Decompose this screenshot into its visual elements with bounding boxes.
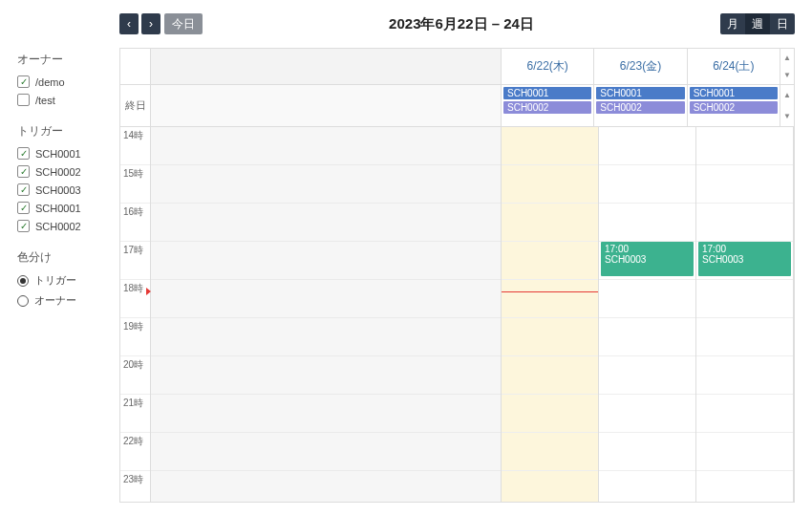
view-week-button[interactable]: 週 [745,13,770,34]
allday-expand-up-icon[interactable]: ▲ [780,49,794,67]
allday-expand-up-icon[interactable]: ▲ [780,85,794,106]
date-range-title: 2023年6月22日 – 24日 [203,15,720,33]
grid-slot[interactable] [502,395,598,433]
next-button[interactable]: › [141,13,160,34]
hour-label: 17時 [120,242,150,280]
owner-title: オーナー [17,52,110,68]
grid-slot[interactable] [502,280,598,318]
calendar: 6/22(木)6/23(金)6/24(土) ▲ ▼ 終日 SCH0001SCH0… [119,48,795,503]
grid-slot[interactable] [599,395,695,433]
day-header[interactable]: 6/22(木) [502,49,594,84]
timed-event[interactable]: 17:00SCH0003 [698,242,791,276]
allday-column[interactable]: SCH0001SCH0002 [502,85,594,126]
day-column[interactable]: 17:00SCH0003 [696,127,794,502]
grid-slot [151,318,501,356]
header-gutter [151,49,502,84]
grid-slot[interactable] [599,433,695,471]
grid-slot[interactable] [696,204,793,242]
trigger-item[interactable]: SCH0002 [17,165,110,178]
checkbox-icon[interactable] [17,94,30,106]
grid-slot[interactable] [502,127,598,165]
grid-slot [151,204,501,242]
checkbox-icon[interactable] [17,75,30,88]
trigger-item[interactable]: SCH0001 [17,202,110,214]
allday-event[interactable]: SCH0001 [596,87,684,99]
view-month-button[interactable]: 月 [720,13,745,34]
grid-slot[interactable] [696,165,793,204]
checkbox-icon[interactable] [17,220,30,232]
allday-event[interactable]: SCH0002 [690,101,778,114]
day-column[interactable]: 17:00SCH0003 [599,127,696,502]
view-day-button[interactable]: 日 [770,13,795,34]
hour-label: 15時 [120,165,150,204]
trigger-label: SCH0002 [35,166,81,178]
color-option[interactable]: トリガー [17,273,110,288]
trigger-label: SCH0003 [35,184,81,196]
allday-event[interactable]: SCH0002 [503,101,591,114]
grid-slot[interactable] [599,318,695,356]
grid-slot[interactable] [502,242,598,280]
grid-slot[interactable] [696,127,793,165]
prev-button[interactable]: ‹ [119,13,139,34]
grid-slot[interactable] [502,356,598,395]
grid-slot[interactable] [502,471,598,502]
day-header[interactable]: 6/24(土) [688,49,780,84]
grid-slot [151,433,501,471]
grid-slot[interactable] [696,471,793,502]
allday-expand-down-icon[interactable]: ▼ [780,67,794,85]
day-header[interactable]: 6/23(金) [594,49,687,84]
day-column[interactable] [502,127,599,502]
allday-gutter [151,85,502,126]
grid-slot [151,395,501,433]
grid-slot[interactable] [502,318,598,356]
owner-item[interactable]: /test [17,94,110,106]
today-button[interactable]: 今日 [164,13,203,34]
grid-slot[interactable] [696,280,793,318]
checkbox-icon[interactable] [17,202,30,214]
grid-slot[interactable] [502,165,598,204]
grid-slot[interactable] [696,395,793,433]
main: ‹ › 今日 2023年6月22日 – 24日 月 週 日 6/22(木)6/2… [119,0,812,516]
grid-slot[interactable] [599,127,695,165]
radio-icon[interactable] [17,295,29,307]
checkbox-icon[interactable] [17,183,30,196]
checkbox-icon[interactable] [17,147,30,160]
grid-slot[interactable] [696,356,793,395]
timed-event[interactable]: 17:00SCH0003 [601,242,694,276]
allday-expand-down-icon[interactable]: ▼ [780,106,794,127]
color-title: 色分け [17,249,110,266]
owner-group: オーナー /demo /test [17,52,110,106]
color-option[interactable]: オーナー [17,293,110,308]
color-option-label: トリガー [34,273,76,288]
owner-item[interactable]: /demo [17,75,110,88]
grid-slot[interactable] [599,204,695,242]
trigger-item[interactable]: SCH0001 [17,147,110,160]
grid-slot[interactable] [696,318,793,356]
trigger-item[interactable]: SCH0002 [17,220,110,232]
hour-label: 21時 [120,395,150,433]
checkbox-icon[interactable] [17,165,30,178]
allday-label: 終日 [120,85,151,126]
allday-event[interactable]: SCH0001 [690,87,778,99]
grid-slot[interactable] [599,280,695,318]
grid-slot[interactable] [502,433,598,471]
allday-event[interactable]: SCH0001 [503,87,591,99]
grid-slot [151,471,501,502]
allday-event[interactable]: SCH0002 [596,101,684,114]
grid-slot[interactable] [599,165,695,204]
radio-icon[interactable] [17,275,29,287]
grid-slot[interactable] [599,471,695,502]
time-grid-scroll[interactable]: 14時15時16時17時18時19時20時21時22時23時17:00SCH00… [120,127,794,502]
trigger-item[interactable]: SCH0003 [17,183,110,196]
hour-label: 18時 [120,280,150,318]
grid-slot[interactable] [502,204,598,242]
grid-slot[interactable] [599,356,695,395]
nav-buttons: ‹ › [119,13,160,34]
hour-label: 14時 [120,127,150,165]
trigger-label: SCH0001 [35,203,81,214]
grid-slot [151,127,501,165]
now-indicator [502,291,598,292]
grid-slot[interactable] [696,433,793,471]
allday-column[interactable]: SCH0001SCH0002 [688,85,780,126]
allday-column[interactable]: SCH0001SCH0002 [594,85,687,126]
